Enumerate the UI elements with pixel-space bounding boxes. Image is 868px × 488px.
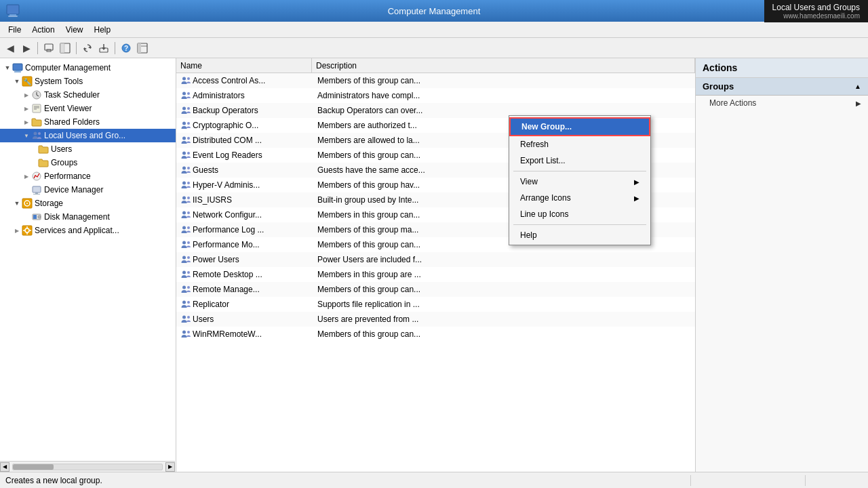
toolbar-refresh[interactable] bbox=[80, 41, 95, 56]
tree-arrow bbox=[31, 156, 38, 169]
ctx-label: Help bbox=[520, 230, 537, 240]
users-folder-icon bbox=[38, 144, 49, 155]
scrollbar-thumb[interactable] bbox=[13, 464, 54, 470]
group-row-desc: Members in this group are ... bbox=[313, 270, 695, 279]
actions-panel: Actions Groups ▲ More Actions ▶ bbox=[695, 58, 868, 472]
shared-folders-icon bbox=[31, 117, 42, 127]
group-row-desc: Power Users are included f... bbox=[313, 255, 695, 264]
toolbar-back[interactable]: ◀ bbox=[3, 41, 18, 56]
list-row[interactable]: WinRMRemoteW... Members of this group ca… bbox=[176, 327, 695, 342]
list-row[interactable]: Access Control As... Members of this gro… bbox=[176, 73, 695, 88]
list-header: Name Description bbox=[176, 58, 695, 73]
tree-arrow: ▼ bbox=[12, 75, 22, 88]
svg-point-62 bbox=[182, 181, 186, 184]
tree-item-computer-management[interactable]: ▼ Computer Management bbox=[0, 61, 176, 75]
group-row-name: Power Users bbox=[193, 255, 313, 264]
group-row-name: Hyper-V Adminis... bbox=[193, 180, 313, 190]
toolbar-export[interactable] bbox=[96, 41, 111, 56]
tree-panel: ▼ Computer Management ▼ 🔧 System Tools ▶… bbox=[0, 58, 176, 472]
group-row-icon bbox=[179, 268, 193, 281]
tree-item-performance[interactable]: ▶ Performance bbox=[0, 169, 176, 183]
svg-rect-33 bbox=[35, 192, 38, 194]
action-more-actions[interactable]: More Actions ▶ bbox=[696, 96, 868, 110]
col-header-desc[interactable]: Description bbox=[312, 58, 695, 73]
svg-point-50 bbox=[182, 92, 186, 95]
col-header-name[interactable]: Name bbox=[176, 58, 312, 73]
svg-point-65 bbox=[187, 197, 190, 199]
tree-label: Groups bbox=[51, 158, 77, 167]
tree-item-storage[interactable]: ▼ Storage bbox=[0, 197, 176, 210]
svg-rect-34 bbox=[33, 194, 40, 195]
ctx-help[interactable]: Help bbox=[509, 227, 650, 243]
menu-action[interactable]: Action bbox=[26, 24, 60, 36]
ctx-refresh[interactable]: Refresh bbox=[509, 136, 650, 152]
tree-arrow: ▶ bbox=[12, 224, 22, 237]
ctx-label: Line up Icons bbox=[520, 209, 568, 219]
svg-point-49 bbox=[187, 77, 190, 80]
group-row-icon bbox=[179, 74, 193, 87]
list-row[interactable]: Replicator Supports file replication in … bbox=[176, 297, 695, 312]
toolbar-forward[interactable]: ▶ bbox=[19, 41, 34, 56]
tree-item-shared-folders[interactable]: ▶ Shared Folders bbox=[0, 115, 176, 129]
menu-help[interactable]: Help bbox=[89, 24, 117, 36]
group-row-name: Replicator bbox=[193, 300, 313, 309]
list-row[interactable]: Remote Manage... Members of this group c… bbox=[176, 282, 695, 297]
ctx-lineup-icons[interactable]: Line up Icons bbox=[509, 206, 650, 222]
tree-item-disk-management[interactable]: Disk Management bbox=[0, 210, 176, 224]
toolbar-grid[interactable] bbox=[135, 41, 150, 56]
svg-point-29 bbox=[34, 132, 37, 136]
tree-item-task-scheduler[interactable]: ▶ Task Scheduler bbox=[0, 88, 176, 102]
ctx-view[interactable]: View ▶ bbox=[509, 174, 650, 190]
tree-item-local-users[interactable]: ▼ Local Users and Gro... bbox=[0, 129, 176, 142]
tree-label: Users bbox=[51, 144, 72, 154]
tree-label: Performance bbox=[44, 171, 91, 181]
svg-rect-17 bbox=[13, 64, 22, 70]
svg-point-41 bbox=[39, 216, 40, 218]
svg-point-79 bbox=[187, 301, 190, 304]
list-row[interactable]: Power Users Power Users are included f..… bbox=[176, 252, 695, 267]
toolbar-help[interactable]: ? bbox=[119, 41, 134, 56]
tree-arrow: ▼ bbox=[22, 129, 31, 142]
list-row[interactable]: Users Users are prevented from ... bbox=[176, 312, 695, 327]
tree-arrow: ▼ bbox=[3, 61, 12, 75]
chevron-up-icon: ▲ bbox=[854, 83, 861, 90]
tree-item-users[interactable]: Users bbox=[0, 142, 176, 156]
tree-item-system-tools[interactable]: ▼ 🔧 System Tools bbox=[0, 75, 176, 88]
scroll-right-btn[interactable]: ▶ bbox=[165, 462, 175, 472]
group-row-desc: Members of this group can... bbox=[313, 285, 695, 294]
group-row-name: Remote Desktop ... bbox=[193, 270, 313, 279]
local-users-icon bbox=[31, 130, 42, 141]
status-bar: Creates a new local group. bbox=[0, 472, 868, 488]
ctx-new-group[interactable]: New Group... bbox=[509, 117, 650, 136]
group-row-icon bbox=[179, 104, 193, 117]
tree-label: Disk Management bbox=[44, 212, 110, 222]
tree-item-event-viewer[interactable]: ▶ Event Viewer bbox=[0, 102, 176, 115]
tooltip-text: Local Users and Groups bbox=[772, 3, 860, 12]
toolbar-up[interactable] bbox=[41, 41, 56, 56]
scroll-left-btn[interactable]: ◀ bbox=[0, 462, 9, 472]
status-text: Creates a new local group. bbox=[5, 476, 688, 485]
group-row-icon bbox=[179, 119, 193, 132]
group-row-name: Distributed COM ... bbox=[193, 136, 313, 145]
svg-point-48 bbox=[182, 77, 186, 80]
svg-point-78 bbox=[182, 300, 186, 304]
menu-view[interactable]: View bbox=[60, 24, 89, 36]
ctx-export-list[interactable]: Export List... bbox=[509, 152, 650, 169]
actions-section-groups[interactable]: Groups ▲ bbox=[696, 78, 868, 96]
menu-file[interactable]: File bbox=[3, 24, 26, 36]
list-row[interactable]: Remote Desktop ... Members in this group… bbox=[176, 267, 695, 282]
ctx-arrange-icons[interactable]: Arrange Icons ▶ bbox=[509, 190, 650, 206]
tree-label: System Tools bbox=[35, 77, 83, 86]
svg-point-71 bbox=[187, 241, 190, 244]
list-row[interactable]: Administrators Administrators have compl… bbox=[176, 88, 695, 103]
tree-item-device-manager[interactable]: Device Manager bbox=[0, 183, 176, 197]
svg-point-73 bbox=[187, 256, 190, 259]
svg-rect-32 bbox=[33, 186, 41, 192]
tree-item-services[interactable]: ▶ Services and Applicat... bbox=[0, 224, 176, 237]
group-row-desc: Members of this group can... bbox=[313, 76, 695, 85]
tree-label: Local Users and Gro... bbox=[44, 131, 125, 140]
toolbar-show-hide[interactable] bbox=[58, 41, 73, 56]
tree-item-groups[interactable]: Groups bbox=[0, 156, 176, 169]
groups-folder-icon bbox=[38, 157, 49, 168]
toolbar-sep-1 bbox=[37, 42, 38, 54]
